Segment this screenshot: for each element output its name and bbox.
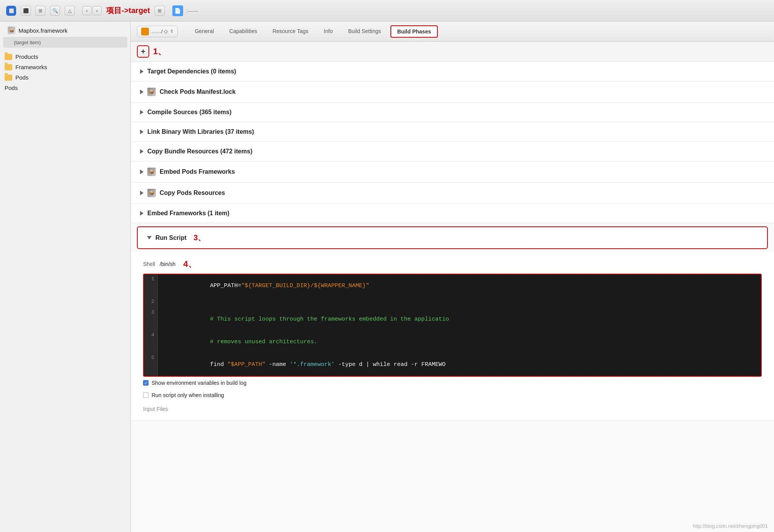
copy-pods-icon: 📦 <box>147 189 156 197</box>
checkbox-run-install[interactable]: Run script only when installing <box>143 389 762 401</box>
script-section: Shell /bin/sh 4、 1 APP_PATH="${TARGET_BU… <box>131 252 774 421</box>
tabs-bar: ……/ ◇ ⇕ General Capabilities Resource Ta… <box>131 22 774 42</box>
line-content-5: find "$APP_PATH" -name '*.framework' -ty… <box>158 353 449 376</box>
sidebar-item-frameworks[interactable]: Frameworks <box>0 62 130 72</box>
hierarchy-button[interactable]: ⊞ <box>35 6 45 16</box>
phase-title-link-binary: Link Binary With Libraries (37 items) <box>147 128 254 135</box>
phase-row-embed-frameworks[interactable]: Embed Frameworks (1 item) <box>131 204 774 223</box>
phase-row-embed-pods-frameworks[interactable]: 📦 Embed Pods Frameworks <box>131 161 774 183</box>
main-layout: 📦 Mapbox.framework (target item) Product… <box>0 22 774 532</box>
step4-label: 4、 <box>183 258 196 270</box>
step3-label: 3、 <box>194 233 205 243</box>
phase-row-link-binary[interactable]: Link Binary With Libraries (37 items) <box>131 122 774 142</box>
phase-title-target-deps: Target Dependencies (0 items) <box>147 68 236 75</box>
line-content-3: # This script loops through the framewor… <box>158 308 453 331</box>
nav-arrows: ‹ › <box>82 6 102 15</box>
phase-title-copy-bundle: Copy Bundle Resources (472 items) <box>147 148 252 155</box>
line-num-1: 1 <box>144 274 158 297</box>
sidebar-target-item[interactable]: (target item) <box>3 37 127 48</box>
file-icon-area: 📄 :—— <box>172 5 199 16</box>
nav-back-button[interactable]: ‹ <box>82 6 92 15</box>
watermark: http://blog.csdn.net/zhengping001 <box>693 523 768 529</box>
file-icon: 📄 <box>172 5 183 16</box>
sidebar-item-mapbox[interactable]: 📦 Mapbox.framework <box>3 25 127 36</box>
sidebar-item-products[interactable]: Products <box>0 52 130 62</box>
phase-triangle-check-pods[interactable] <box>140 90 143 94</box>
grid-button[interactable]: ⊞ <box>155 6 165 16</box>
project-title: 项目->target <box>106 5 150 16</box>
phase-row-check-pods[interactable]: 📦 Check Pods Manifest.lock <box>131 81 774 103</box>
phase-triangle-embed-pods-frameworks[interactable] <box>140 170 143 174</box>
sidebar-mapbox-label: Mapbox.framework <box>18 27 68 34</box>
checkbox-show-env[interactable]: Show environment variables in build log <box>143 377 762 389</box>
show-env-label: Show environment variables in build log <box>152 380 247 386</box>
check-pods-icon: 📦 <box>147 88 156 96</box>
mapbox-framework-icon: 📦 <box>8 27 15 34</box>
phase-row-copy-bundle[interactable]: Copy Bundle Resources (472 items) <box>131 142 774 161</box>
sidebar-frameworks-label: Frameworks <box>15 64 47 70</box>
tab-build-settings[interactable]: Build Settings <box>340 25 389 38</box>
phase-triangle-target-deps[interactable] <box>140 69 143 74</box>
frameworks-folder-icon <box>5 64 12 70</box>
tab-resource-tags[interactable]: Resource Tags <box>265 25 316 38</box>
run-install-checkbox[interactable] <box>143 392 148 398</box>
phase-title-compile-sources: Compile Sources (365 items) <box>147 109 232 116</box>
app-icon: ⬜ <box>6 6 16 16</box>
svg-text:⬜: ⬜ <box>9 8 14 13</box>
nav-forward-button[interactable]: › <box>92 6 102 15</box>
code-line-2: 2 <box>144 297 761 308</box>
sidebar-toggle-button[interactable]: ⬛ <box>21 6 31 16</box>
tab-info[interactable]: Info <box>316 25 340 38</box>
step1-label: 1、 <box>153 46 166 57</box>
shell-row: Shell /bin/sh 4、 <box>143 258 762 270</box>
breadcrumb-separator: :—— <box>186 8 199 14</box>
add-phase-button[interactable]: + <box>137 45 149 58</box>
phase-triangle-compile-sources[interactable] <box>140 110 143 115</box>
phase-title-copy-pods-resources: Copy Pods Resources <box>160 190 225 196</box>
products-folder-icon <box>5 54 12 60</box>
shell-value: /bin/sh <box>160 261 175 267</box>
phase-triangle-link-binary[interactable] <box>140 130 143 134</box>
run-script-row[interactable]: Run Script 3、 <box>137 226 768 249</box>
line-num-5: 5 <box>144 353 158 376</box>
line-content-2 <box>158 297 169 308</box>
sidebar-item-pods-group[interactable]: Pods <box>0 72 130 83</box>
phase-title-embed-pods-frameworks: Embed Pods Frameworks <box>160 168 235 175</box>
code-line-3: 3 # This script loops through the framew… <box>144 308 761 331</box>
phase-row-copy-pods-resources[interactable]: 📦 Copy Pods Resources <box>131 183 774 204</box>
phase-triangle-copy-pods-resources[interactable] <box>140 191 143 195</box>
input-files-label: Input Files <box>143 401 762 414</box>
phase-title-check-pods: Check Pods Manifest.lock <box>160 88 235 95</box>
tab-general[interactable]: General <box>187 25 222 38</box>
target-selector[interactable]: ……/ ◇ ⇕ <box>137 26 178 37</box>
pods-group-folder-icon <box>5 75 12 81</box>
sidebar-products-label: Products <box>15 53 38 60</box>
code-line-1: 1 APP_PATH="${TARGET_BUILD_DIR}/${WRAPPE… <box>144 274 761 297</box>
phase-list: + 1、 Target Dependencies (0 items) 📦 Che… <box>131 42 774 532</box>
phase-triangle-embed-frameworks[interactable] <box>140 211 143 216</box>
line-content-4: # removes unused architectures. <box>158 331 321 353</box>
sidebar-pods-group-label: Pods <box>15 74 28 81</box>
titlebar: ⬜ ⬛ ⊞ 🔍 △ ‹ › 项目->target ⊞ 📄 :—— <box>0 0 774 22</box>
shell-label: Shell <box>143 261 155 267</box>
line-num-4: 4 <box>144 331 158 353</box>
phase-triangle-copy-bundle[interactable] <box>140 149 143 154</box>
phase-row-compile-sources[interactable]: Compile Sources (365 items) <box>131 103 774 122</box>
embed-pods-icon: 📦 <box>147 168 156 176</box>
search-button[interactable]: 🔍 <box>50 6 60 16</box>
show-env-checkbox[interactable] <box>143 380 148 386</box>
tab-build-phases[interactable]: Build Phases <box>390 25 438 38</box>
run-script-title: Run Script <box>155 234 187 241</box>
content-area: ……/ ◇ ⇕ General Capabilities Resource Ta… <box>131 22 774 532</box>
run-install-label: Run script only when installing <box>152 392 224 398</box>
phase-row-target-deps[interactable]: Target Dependencies (0 items) <box>131 62 774 81</box>
run-script-triangle[interactable] <box>147 236 152 239</box>
tab-capabilities[interactable]: Capabilities <box>222 25 265 38</box>
line-num-3: 3 <box>144 308 158 331</box>
line-num-2: 2 <box>144 297 158 308</box>
sidebar-item-pods[interactable]: Pods <box>0 83 130 93</box>
code-editor[interactable]: 1 APP_PATH="${TARGET_BUILD_DIR}/${WRAPPE… <box>143 274 762 377</box>
warning-button[interactable]: △ <box>65 6 75 16</box>
target-selector-icon <box>141 28 149 35</box>
sidebar: 📦 Mapbox.framework (target item) Product… <box>0 22 131 532</box>
